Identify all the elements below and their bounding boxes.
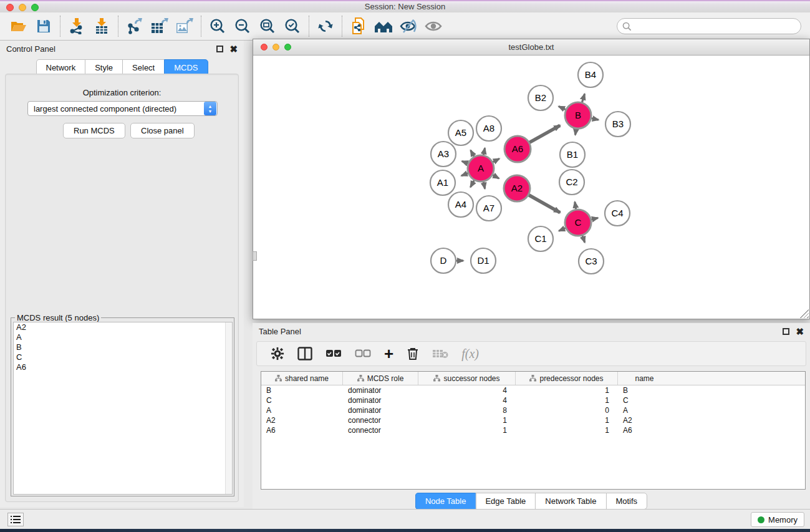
maximize-window-icon[interactable]	[31, 4, 39, 11]
node-A5[interactable]: A5	[448, 120, 473, 145]
open-file-icon[interactable]	[6, 15, 31, 37]
cell-predecessor-nodes[interactable]: 1	[516, 415, 618, 425]
column-header-successor-nodes[interactable]: successor nodes	[418, 372, 516, 385]
cell-shared-name[interactable]: B	[261, 385, 343, 395]
columns-icon[interactable]	[297, 344, 312, 363]
minimize-window-icon[interactable]	[19, 4, 26, 11]
cell-MCDS-role[interactable]: dominator	[343, 395, 418, 405]
cell-name[interactable]: A	[618, 405, 671, 415]
cell-successor-nodes[interactable]: 4	[418, 395, 516, 405]
mcds-result-item[interactable]: A6	[14, 362, 232, 372]
edge-C-C1[interactable]	[559, 228, 565, 231]
node-table[interactable]: shared nameMCDS rolesuccessor nodesprede…	[261, 371, 806, 490]
cell-shared-name[interactable]: A	[261, 405, 343, 415]
edge-C-C4[interactable]	[591, 218, 597, 219]
node-A8[interactable]: A8	[476, 116, 501, 141]
task-history-button[interactable]	[7, 513, 24, 526]
first-neighbors-icon[interactable]	[371, 15, 396, 37]
node-C[interactable]: C	[565, 210, 591, 236]
node-A1[interactable]: A1	[430, 170, 455, 195]
node-table-rows[interactable]: Bdominator41BCdominator41CAdominator80AA…	[261, 385, 805, 435]
close-panel-button[interactable]: Close panel	[130, 123, 195, 138]
node-A4[interactable]: A4	[448, 192, 473, 217]
edge-A-A1[interactable]	[461, 173, 468, 176]
refresh-icon[interactable]	[313, 15, 338, 37]
cell-MCDS-role[interactable]: dominator	[343, 405, 418, 415]
tab-motifs[interactable]: Motifs	[605, 493, 647, 510]
node-B1[interactable]: B1	[560, 142, 585, 167]
unselect-all-checkboxes-icon[interactable]	[355, 344, 371, 363]
cell-name[interactable]: C	[618, 395, 671, 405]
node-D[interactable]: D	[431, 248, 456, 273]
node-B4[interactable]: B4	[578, 62, 603, 87]
mcds-result-item[interactable]: A	[14, 332, 232, 342]
edge-B-B1[interactable]	[576, 129, 576, 135]
cell-name[interactable]: A2	[618, 415, 671, 425]
cell-shared-name[interactable]: A6	[261, 425, 343, 435]
show-all-icon[interactable]	[421, 15, 446, 37]
table-row[interactable]: A6connector11A6	[261, 425, 805, 435]
cell-name[interactable]: B	[618, 385, 671, 395]
node-C4[interactable]: C4	[605, 201, 630, 226]
column-header-MCDS-role[interactable]: MCDS role	[343, 372, 418, 385]
node-A[interactable]: A	[468, 155, 494, 181]
mcds-result-item[interactable]: A2	[14, 322, 232, 332]
tab-edge-table[interactable]: Edge Table	[475, 493, 535, 510]
export-table-icon[interactable]	[147, 15, 172, 37]
edge-A-A3[interactable]	[462, 161, 468, 163]
node-B2[interactable]: B2	[528, 85, 553, 110]
minimize-network-icon[interactable]	[272, 44, 279, 51]
edge-A-A7[interactable]	[483, 182, 485, 189]
edge-B-B2[interactable]	[559, 107, 566, 110]
run-mcds-button[interactable]: Run MCDS	[63, 123, 125, 138]
import-network-icon[interactable]	[64, 15, 89, 37]
column-header-name[interactable]: name	[618, 372, 671, 385]
network-window-titlebar[interactable]: testGlobe.txt	[253, 39, 809, 56]
edge-A-A4[interactable]	[470, 180, 474, 187]
cell-shared-name[interactable]: A2	[261, 415, 343, 425]
column-header-predecessor-nodes[interactable]: predecessor nodes	[516, 372, 618, 385]
memory-button[interactable]: Memory	[751, 512, 804, 527]
traffic-lights[interactable]	[6, 4, 39, 11]
zoom-out-icon[interactable]	[230, 15, 255, 37]
node-C3[interactable]: C3	[579, 249, 604, 274]
zoom-selected-icon[interactable]	[280, 15, 305, 37]
edge-A2-C[interactable]	[529, 195, 560, 213]
window-resize-grip[interactable]	[800, 309, 809, 318]
table-row[interactable]: Adominator80A	[261, 405, 805, 415]
delete-column-icon[interactable]	[407, 344, 419, 363]
search-input[interactable]	[632, 20, 801, 32]
node-A2[interactable]: A2	[504, 175, 530, 201]
node-A3[interactable]: A3	[431, 142, 456, 167]
node-A7[interactable]: A7	[476, 196, 501, 221]
edge-A-A8[interactable]	[483, 148, 485, 155]
tab-node-table[interactable]: Node Table	[415, 493, 476, 510]
cell-predecessor-nodes[interactable]: 1	[516, 395, 618, 405]
tab-network-table[interactable]: Network Table	[535, 493, 605, 510]
save-session-icon[interactable]	[31, 15, 56, 37]
close-window-icon[interactable]	[6, 4, 14, 11]
export-network-icon[interactable]	[122, 15, 147, 37]
network-from-selection-icon[interactable]	[346, 15, 371, 37]
edge-A6-B[interactable]	[529, 125, 560, 142]
edge-A-A5[interactable]	[471, 150, 475, 157]
maximize-network-icon[interactable]	[284, 44, 291, 51]
mcds-result-item[interactable]: C	[14, 352, 232, 362]
add-column-icon[interactable]: +	[384, 344, 393, 363]
cell-successor-nodes[interactable]: 1	[418, 425, 516, 435]
float-panel-icon[interactable]	[216, 46, 223, 52]
close-table-panel-icon[interactable]: ✖	[796, 328, 804, 335]
cell-predecessor-nodes[interactable]: 0	[516, 405, 618, 415]
node-C2[interactable]: C2	[559, 170, 584, 195]
export-image-icon[interactable]	[172, 15, 197, 37]
cell-successor-nodes[interactable]: 8	[418, 405, 516, 415]
edge-C-C3[interactable]	[582, 236, 585, 243]
column-header-shared-name[interactable]: shared name	[261, 372, 343, 385]
edge-B-B3[interactable]	[591, 118, 598, 120]
close-network-icon[interactable]	[261, 44, 268, 51]
hide-selected-icon[interactable]	[396, 15, 421, 37]
cell-MCDS-role[interactable]: connector	[343, 425, 418, 435]
close-panel-icon[interactable]: ✖	[229, 46, 238, 52]
node-B3[interactable]: B3	[605, 112, 630, 137]
cell-predecessor-nodes[interactable]: 1	[516, 385, 618, 395]
